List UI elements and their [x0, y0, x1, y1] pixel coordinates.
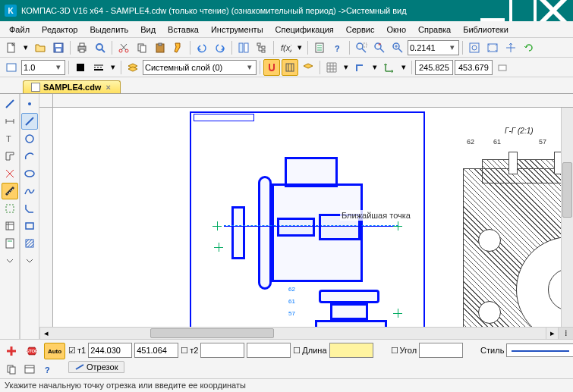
document-tab[interactable]: SAMPLE4.cdw × — [23, 80, 121, 93]
save-button[interactable] — [50, 39, 67, 56]
chevron-down-icon[interactable]: ▾ — [448, 42, 457, 52]
new-doc-button[interactable] — [3, 39, 20, 56]
menu-service[interactable]: Сервис — [340, 23, 381, 36]
layer-icon[interactable] — [124, 59, 141, 76]
report-panel-button[interactable] — [2, 235, 18, 252]
new-doc-dropdown[interactable]: ▾ — [21, 39, 30, 56]
ortho-dropdown[interactable]: ▾ — [370, 59, 379, 76]
vertical-scrollbar[interactable] — [561, 108, 573, 327]
grid-button[interactable] — [323, 59, 340, 76]
measure-panel-button[interactable] — [2, 183, 18, 199]
ortho-button[interactable] — [352, 59, 369, 76]
length-input[interactable] — [329, 343, 373, 358]
t2-x-input[interactable] — [200, 343, 244, 358]
spline-tool[interactable] — [21, 183, 38, 199]
t1-y-input[interactable] — [134, 343, 178, 358]
menu-select[interactable]: Выделить — [83, 23, 134, 36]
maximize-button[interactable] — [508, 0, 538, 21]
help-prop-button[interactable]: ? — [39, 361, 56, 378]
snap-toggle[interactable] — [263, 59, 280, 76]
scale-value[interactable] — [24, 63, 54, 72]
chevron-down-icon[interactable]: ▾ — [245, 62, 254, 72]
zoom-previous-button[interactable] — [371, 39, 388, 56]
param-panel-button[interactable] — [2, 165, 18, 182]
auto-button[interactable]: Auto — [44, 343, 65, 359]
open-button[interactable] — [32, 39, 49, 56]
arc-tool[interactable] — [21, 148, 38, 165]
scale-combo[interactable]: ▾ — [21, 60, 65, 75]
drawing-canvas[interactable]: 62 61 57 Ближайшая точка Г-Г (2:1) — [39, 94, 573, 327]
props-button[interactable] — [311, 39, 328, 56]
circle-tool[interactable] — [21, 130, 38, 147]
zoom-in-button[interactable] — [389, 39, 406, 56]
minimize-button[interactable] — [477, 0, 508, 21]
hscroll-left[interactable]: ◂ — [39, 328, 52, 339]
hatch-tool[interactable] — [21, 235, 38, 252]
edit-panel-button[interactable] — [2, 148, 18, 165]
menu-file[interactable]: Файл — [3, 23, 36, 36]
spec-panel-button[interactable] — [2, 218, 18, 234]
stop-button[interactable]: STOP — [21, 343, 43, 359]
menu-edit[interactable]: Редактор — [36, 23, 83, 36]
print-button[interactable] — [74, 39, 90, 56]
tree-button[interactable] — [253, 39, 270, 56]
chevron-down-icon[interactable]: ▾ — [54, 62, 63, 72]
menu-view[interactable]: Вид — [134, 23, 162, 36]
horizontal-scrollbar[interactable]: ◂ ▸ ⁞ — [39, 327, 573, 339]
close-tab-button[interactable]: × — [104, 83, 112, 92]
select-panel-button[interactable] — [2, 200, 18, 217]
length-checkbox[interactable]: ☐Длина — [293, 346, 326, 356]
layer-combo[interactable]: Системный слой (0)▾ — [143, 60, 257, 75]
copy-props-button[interactable] — [3, 361, 20, 378]
preview-button[interactable] — [92, 39, 109, 56]
drawing-viewport[interactable]: 62 61 57 Ближайшая точка Г-Г (2:1) — [53, 108, 573, 327]
menu-tools[interactable]: Инструменты — [205, 23, 269, 36]
overflow-button[interactable] — [2, 252, 18, 269]
prop-tab-segment[interactable]: Отрезок — [68, 361, 124, 373]
vscroll-thumb[interactable] — [562, 162, 572, 217]
pan-button[interactable] — [502, 39, 519, 56]
angle-input[interactable] — [419, 343, 463, 358]
remember-state-button[interactable] — [21, 361, 38, 378]
redraw-button[interactable] — [521, 39, 537, 56]
menu-window[interactable]: Окно — [380, 23, 412, 36]
redo-button[interactable] — [212, 39, 228, 56]
notation-panel-button[interactable]: T — [2, 130, 18, 147]
help-button[interactable]: ? — [329, 39, 346, 56]
view-icon[interactable] — [3, 59, 20, 76]
local-cs-dropdown[interactable]: ▾ — [399, 59, 408, 76]
vars-dropdown[interactable]: ▾ — [295, 39, 304, 56]
line-tool[interactable] — [21, 113, 38, 130]
jail-toggle[interactable] — [282, 59, 298, 76]
dims-panel-button[interactable] — [2, 113, 18, 130]
line-style-combo[interactable] — [506, 343, 573, 357]
style-dropdown[interactable]: ▾ — [109, 59, 118, 76]
coord-button[interactable] — [494, 59, 511, 76]
copy-button[interactable] — [134, 39, 150, 56]
rect-tool[interactable] — [21, 218, 38, 234]
vars-button[interactable]: f(x) — [277, 39, 294, 56]
style-button[interactable] — [90, 59, 107, 76]
zoom-fit-button[interactable] — [466, 39, 483, 56]
zoom-value[interactable] — [410, 43, 448, 52]
geometry-panel-button[interactable] — [2, 96, 18, 112]
t1-checkbox[interactable]: ☑т1 — [68, 346, 86, 356]
create-button[interactable] — [3, 343, 20, 359]
point-tool[interactable] — [21, 96, 38, 112]
cut-button[interactable] — [115, 39, 132, 56]
zoom-input[interactable]: ▾ — [408, 40, 459, 55]
paste-button[interactable] — [152, 39, 168, 56]
ellipse-tool[interactable] — [21, 165, 38, 182]
hscroll-right[interactable]: ▸ — [546, 328, 558, 339]
close-button[interactable] — [538, 0, 568, 21]
undo-button[interactable] — [194, 39, 210, 56]
grid-dropdown[interactable]: ▾ — [342, 59, 351, 76]
split-handle[interactable]: ⁞ — [558, 328, 573, 339]
t2-checkbox[interactable]: ☐т2 — [181, 346, 198, 356]
zoom-window-button[interactable] — [353, 39, 370, 56]
manager-button[interactable] — [235, 39, 252, 56]
menu-libs[interactable]: Библиотеки — [457, 23, 515, 36]
menu-help[interactable]: Справка — [412, 23, 457, 36]
color-button[interactable] — [72, 59, 89, 76]
hscroll-thumb[interactable] — [150, 328, 274, 338]
